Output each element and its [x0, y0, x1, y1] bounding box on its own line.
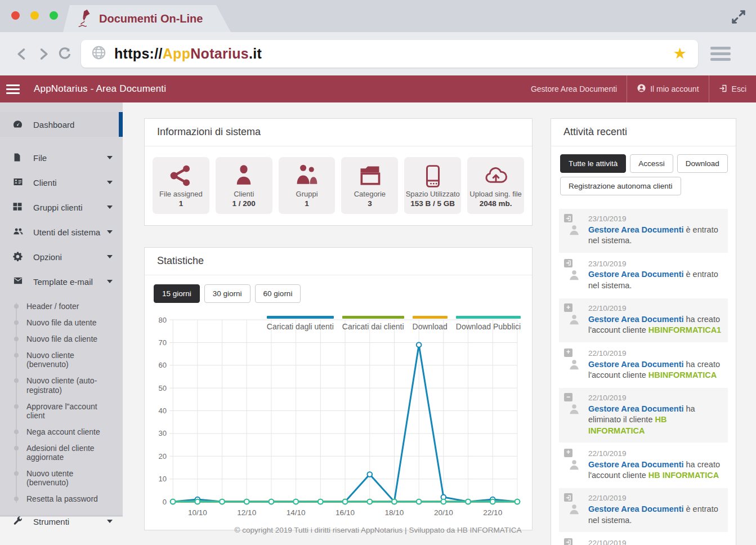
activity-entity: HBINFORMATICA: [648, 370, 717, 379]
activity-actor-link[interactable]: Gestore Area Documenti: [588, 360, 683, 369]
close-window-button[interactable]: [11, 11, 20, 20]
person-silhouette-icon: [568, 403, 580, 416]
range-button-30-giorni[interactable]: 30 giorni: [204, 284, 250, 303]
person-silhouette-icon: [568, 224, 580, 236]
submenu-item[interactable]: Nuovo file da utente: [0, 315, 123, 331]
sidebar-item-opzioni[interactable]: Opzioni: [0, 244, 123, 269]
svg-text:60: 60: [159, 361, 167, 369]
submenu-item[interactable]: Nuovo file da cliente: [0, 331, 123, 347]
bullet-icon: [14, 404, 19, 409]
submenu-item-label: Nuovo cliente (benvenuto): [26, 351, 74, 369]
browser-menu-icon[interactable]: [710, 47, 731, 61]
submenu-item[interactable]: Resetta la password: [0, 491, 123, 507]
sidebar-item-file[interactable]: File: [0, 145, 123, 170]
card-value: 3: [368, 199, 372, 208]
sidebar-item-strumenti[interactable]: Strumenti: [0, 515, 123, 527]
svg-text:10/10: 10/10: [188, 508, 207, 517]
sidebar-item-utenti-del-sistema[interactable]: Utenti del sistema: [0, 220, 123, 244]
legend-swatch: [413, 316, 448, 319]
url-bar[interactable]: https://AppNotarius.it ★: [81, 40, 698, 68]
submenu-item[interactable]: Nuovo cliente (benvenuto): [0, 347, 123, 373]
login-icon: [564, 214, 572, 222]
sidebar-toggle-icon[interactable]: [0, 75, 26, 102]
svg-text:30: 30: [159, 429, 167, 437]
minimize-window-button[interactable]: [30, 11, 39, 20]
legend-label: Download Pubblici: [456, 322, 521, 331]
legend-item[interactable]: Caricati dagli utenti: [267, 316, 334, 331]
submenu-item[interactable]: Header / footer: [0, 298, 123, 315]
statistics-panel: Statistiche 15 giorni30 giorni60 giorni …: [144, 247, 533, 530]
card-label: Categorie: [354, 190, 386, 199]
filter-button-registrazione-autonoma-clienti[interactable]: Registrazione autonoma clienti: [560, 177, 681, 195]
browser-toolbar: https://AppNotarius.it ★: [0, 32, 756, 75]
range-button-60-giorni[interactable]: 60 giorni: [255, 284, 301, 303]
svg-text:18/10: 18/10: [385, 508, 404, 517]
statistics-chart: 0102030405060708010/1012/1014/1016/1018/…: [151, 311, 524, 525]
chevron-down-icon: [107, 156, 113, 159]
activity-actor-link[interactable]: Gestore Area Documenti: [588, 504, 683, 513]
activity-actor-link[interactable]: Gestore Area Documenti: [588, 460, 683, 469]
legend-item[interactable]: Caricati dai clienti: [342, 316, 404, 331]
wrench-icon: [12, 516, 24, 527]
info-card-upload-sing-file: Upload sing. file2048 mb.: [467, 157, 524, 214]
browser-tab[interactable]: Documenti On-Line: [63, 5, 231, 32]
logout-link[interactable]: Esci: [709, 75, 756, 102]
activity-actor-link[interactable]: Gestore Area Documenti: [588, 404, 683, 413]
filter-button-download[interactable]: Download: [677, 154, 728, 173]
range-button-15-giorni[interactable]: 15 giorni: [154, 284, 200, 303]
activity-actor-link[interactable]: Gestore Area Documenti: [588, 225, 683, 234]
submenu-item[interactable]: Approvare l"account client: [0, 399, 123, 424]
tab-title: Documenti On-Line: [99, 12, 203, 25]
legend-swatch: [456, 316, 521, 319]
activity-date: 22/10/2019: [588, 493, 722, 503]
envelope-icon: [12, 276, 24, 287]
bookmark-star-icon[interactable]: ★: [673, 46, 687, 61]
bullet-icon: [14, 320, 19, 325]
chevron-down-icon: [107, 181, 113, 184]
login-icon: [564, 259, 572, 267]
my-account-link[interactable]: Il mio account: [627, 75, 708, 102]
filter-button-tutte-le-attivit-[interactable]: Tutte le attività: [560, 154, 626, 173]
info-card-gruppi: Gruppi1: [279, 157, 335, 214]
legend-item[interactable]: Download: [413, 316, 448, 331]
recent-activity-panel: Attività recenti Tutte le attivitàAccess…: [551, 118, 736, 545]
pen-icon: [77, 9, 93, 28]
expand-window-icon[interactable]: [731, 10, 746, 24]
current-user-label[interactable]: Gestore Area Documenti: [521, 75, 627, 102]
submenu-item[interactable]: Adesioni del cliente aggiornate: [0, 440, 123, 466]
dashboard-icon: [12, 119, 24, 130]
submenu-item[interactable]: Nuovo utente (benvenuto): [0, 466, 123, 491]
sidebar-item-label: Dashboard: [33, 120, 74, 129]
legend-item[interactable]: Download Pubblici: [456, 316, 521, 331]
svg-text:12/10: 12/10: [237, 508, 256, 517]
activity-text: Gestore Area Documenti ha eliminato il c…: [588, 404, 722, 436]
submenu-item[interactable]: Nuovo cliente (auto-registrato): [0, 373, 123, 398]
chevron-down-icon: [107, 280, 113, 283]
activity-entity: HBINFORMATICA1: [648, 325, 721, 334]
grid-icon: [12, 202, 24, 213]
login-icon: [564, 538, 572, 545]
filter-button-accessi[interactable]: Accessi: [630, 154, 673, 173]
submenu-item-label: Resetta la password: [26, 494, 98, 503]
sidebar-item-gruppi-clienti[interactable]: Gruppi clienti: [0, 195, 123, 220]
activity-actor-link[interactable]: Gestore Area Documenti: [588, 270, 683, 279]
legend-label: Caricati dai clienti: [342, 322, 404, 331]
sidebar-item-clienti[interactable]: Clienti: [0, 170, 123, 195]
info-card-categorie: Categorie3: [341, 157, 398, 214]
submenu-item-label: Nuovo cliente (auto-registrato): [26, 376, 97, 394]
activity-date: 22/10/2019: [588, 538, 722, 545]
users-icon: [12, 226, 24, 238]
refresh-icon[interactable]: [56, 46, 73, 62]
activity-item: −22/10/2019Gestore Area Documenti ha eli…: [559, 388, 728, 443]
chart-legend: Caricati dagli utentiCaricati dai client…: [267, 316, 521, 331]
back-icon[interactable]: [14, 46, 30, 62]
submenu-item[interactable]: Nega account cliente: [0, 424, 123, 440]
card-label: Gruppi: [296, 190, 318, 199]
activity-actor-link[interactable]: Gestore Area Documenti: [588, 315, 683, 324]
maximize-window-button[interactable]: [50, 11, 58, 20]
forward-icon[interactable]: [35, 46, 52, 62]
sidebar-item-template-e-mail[interactable]: Template e-mail: [0, 269, 123, 294]
sidebar-item-dashboard[interactable]: Dashboard: [0, 112, 123, 137]
activity-item: 23/10/2019Gestore Area Documenti è entra…: [559, 254, 728, 298]
card-label: Clienti: [234, 190, 254, 199]
